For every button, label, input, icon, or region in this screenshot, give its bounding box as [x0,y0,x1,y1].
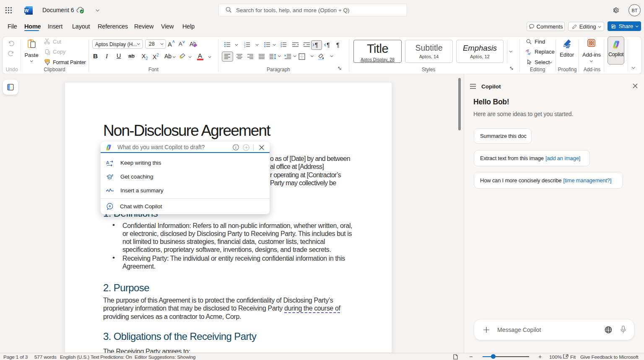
svg-text:W: W [25,8,29,13]
svg-text:3: 3 [244,46,245,48]
svg-text:c: c [529,52,530,56]
svg-text:A: A [106,160,109,165]
